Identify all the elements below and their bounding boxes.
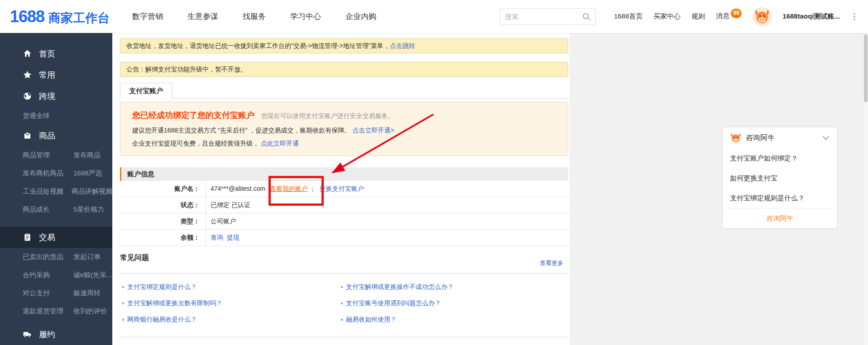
chevron-down-icon[interactable] [822, 135, 830, 141]
sidebar-sub-sold-goods[interactable]: 已卖出的货品 [23, 253, 73, 261]
sidebar-sub-1688-select[interactable]: 1688严选 [73, 169, 102, 178]
sidebar-sub-row: 工业品短视频 商品讲解视频 [0, 182, 112, 200]
sidebar-item-goods[interactable]: 商品 [0, 125, 112, 146]
header-right: 1688首页 买家中心 规则 消息 99 1688taoqi测试账... [614, 7, 858, 26]
avatar[interactable] [753, 7, 772, 26]
consult-footer-link[interactable]: 咨询阿牛 [723, 208, 837, 228]
balance-query-link[interactable]: 查询 [211, 234, 223, 241]
suggest-open-text: 建议您开通1688主流交易方式 “先采后付” ，促进交易成交，账期收款有保障。 [132, 127, 350, 134]
sidebar-item-trade[interactable]: 交易 [0, 227, 112, 248]
upgrade-now-link[interactable]: 点此立即开通 [261, 140, 299, 147]
faq-link[interactable]: 支付宝绑定规则是什么？ [122, 283, 197, 291]
sidebar-sub-global-goods[interactable]: 货通全球 [23, 112, 73, 120]
table-row-type: 类型： 公司账户 [120, 213, 568, 230]
link-rules[interactable]: 规则 [691, 12, 705, 21]
sidebar-item-favorites[interactable]: 常用 [0, 64, 112, 85]
table-row-account: 账户名： 474***@alitest.com 查看我的账户 ； 更换支付宝账户 [120, 181, 568, 197]
faq-link[interactable]: 融易收如何使用？ [341, 316, 397, 324]
bag-icon [23, 131, 32, 140]
sidebar-sub-contract-purchase[interactable]: 合约采购 [23, 271, 73, 279]
link-1688-home[interactable]: 1688首页 [614, 12, 643, 21]
sidebar-sub-publish-goods[interactable]: 发布商品 [73, 151, 101, 160]
more-menu-icon[interactable] [851, 12, 858, 22]
clipboard-icon [23, 232, 32, 242]
change-alipay-link[interactable]: 更换支付宝账户 [320, 185, 364, 192]
enterprise-upgrade-text: 企业支付宝提现可免费，且合规经营须升级， [132, 140, 259, 147]
nav-enterprise-purchase[interactable]: 企业内购 [345, 11, 376, 22]
sidebar-sub-create-order[interactable]: 发起订单 [73, 253, 101, 261]
tab-alipay-account[interactable]: 支付宝账户 [120, 83, 172, 99]
sidebar-sub-received-reviews[interactable]: 收到的评价 [73, 307, 107, 316]
consult-header[interactable]: 咨询阿牛 [723, 128, 837, 148]
top-nav: 数字营销 生意参谋 找服务 学习中心 企业内购 [132, 11, 376, 22]
sidebar-item-fulfillment[interactable]: 履约 [0, 324, 112, 345]
bind-success-subtitle: 您现在可以使用支付宝账户进行安全交易服务。 [261, 112, 394, 119]
balance-withdraw-link[interactable]: 提现 [227, 234, 240, 241]
search-icon[interactable] [582, 12, 591, 21]
bind-success-title: 您已经成功绑定了您的支付宝账户 [132, 111, 254, 120]
scrollbar-track[interactable] [863, 33, 868, 345]
faq-link[interactable]: 支付宝解绑或更换操作不成功怎么办？ [341, 283, 454, 291]
announcement-text: 公告：解绑支付宝功能升级中，暂不开放。 [126, 66, 247, 74]
logo-1688: 1688 [10, 7, 44, 26]
sidebar-sub-corporate-pay[interactable]: 对公支付 [23, 289, 73, 298]
faq-link[interactable]: 网商银行融易收是什么？ [122, 316, 197, 324]
faq-link[interactable]: 支付宝账号使用遇到问题怎么办？ [341, 299, 441, 307]
account-info-table: 账户名： 474***@alitest.com 查看我的账户 ； 更换支付宝账户… [120, 181, 568, 246]
main-content: 收货地址，发货地址，退货地址已统一收拢到卖家工作台的"交易->物流管理->地址管… [112, 33, 570, 345]
sidebar-sub-goods-growth[interactable]: 商品成长 [23, 205, 73, 214]
bullet-icon [122, 286, 124, 288]
consult-question-change[interactable]: 如何更换支付宝 [723, 168, 837, 188]
sidebar-sub-row: 对公支付 极速周转 [0, 284, 112, 302]
account-name[interactable]: 1688taoqi测试账... [782, 12, 840, 21]
type-value: 公司账户 [206, 213, 236, 229]
bullet-icon [341, 319, 343, 321]
sidebar-sub-fast-turnover[interactable]: 极速周转 [73, 289, 101, 298]
sidebar: 首页 常用 跨境 货通全球 商品 商品管理 发布商品 发布商机商品 1688严选… [0, 33, 112, 345]
view-my-account-link[interactable]: 查看我的账户 [270, 185, 308, 192]
sidebar-item-crossborder[interactable]: 跨境 [0, 85, 112, 107]
sidebar-sub-industrial-video[interactable]: 工业品短视频 [23, 187, 72, 196]
bullet-icon [341, 286, 343, 288]
search-box[interactable] [500, 8, 596, 25]
sidebar-sub-goods-explain-video[interactable]: 商品讲解视频 [72, 187, 112, 196]
nav-find-services[interactable]: 找服务 [243, 11, 266, 22]
messages-link[interactable]: 消息 99 [716, 12, 742, 21]
consult-question-rules[interactable]: 支付宝绑定规则是什么？ [723, 188, 837, 208]
sidebar-sub-goods-manage[interactable]: 商品管理 [23, 151, 73, 160]
address-notice-jump-link[interactable]: 点击跳转 [390, 42, 415, 50]
search-input[interactable] [505, 13, 582, 20]
sidebar-sub-row: 发布商机商品 1688严选 [0, 164, 112, 182]
nav-learning-center[interactable]: 学习中心 [290, 11, 321, 22]
nav-business-advisor[interactable]: 生意参谋 [187, 11, 218, 22]
sidebar-sub-row: 商品管理 发布商品 [0, 146, 112, 164]
top-header: 1688 商家工作台 数字营销 生意参谋 找服务 学习中心 企业内购 1688首… [0, 0, 868, 33]
sidebar-sub-publish-opportunity[interactable]: 发布商机商品 [23, 169, 73, 178]
nav-digital-marketing[interactable]: 数字营销 [132, 11, 163, 22]
sidebar-label: 常用 [39, 70, 55, 80]
sidebar-sub-5star-price[interactable]: 5星价格力 [73, 205, 104, 214]
sidebar-sub-row: 合约采购 诚e赊(先采... [0, 266, 112, 284]
logo[interactable]: 1688 商家工作台 [10, 7, 110, 26]
faq-view-more-link[interactable]: 查看更多 [540, 259, 563, 267]
faq-list: 支付宝绑定规则是什么？ 支付宝解绑或更换操作不成功怎么办？ 支付宝解绑或更换次数… [122, 279, 564, 328]
section-divider [120, 337, 568, 337]
sidebar-label: 首页 [39, 48, 55, 59]
announcement-bar: 公告：解绑支付宝功能升级中，暂不开放。 [120, 62, 568, 77]
sidebar-sub-cheng-e-credit[interactable]: 诚e赊(先采... [73, 271, 112, 279]
bullet-icon [341, 302, 343, 304]
sidebar-sub-refund-manage[interactable]: 退款退货管理 [23, 307, 73, 316]
scrollbar-thumb[interactable] [864, 34, 868, 102]
table-row-status: 状态： 已绑定 已认证 [120, 197, 568, 213]
consult-title: 咨询阿牛 [746, 133, 775, 143]
open-now-link[interactable]: 点击立即开通> [352, 127, 394, 134]
consult-question-bind[interactable]: 支付宝账户如何绑定？ [723, 148, 837, 168]
address-notice-text: 收货地址，发货地址，退货地址已统一收拢到卖家工作台的"交易->物流管理->地址管… [126, 42, 390, 50]
sidebar-label: 交易 [39, 232, 55, 243]
account-info-title: 账户信息 [127, 170, 154, 178]
link-buyer-center[interactable]: 买家中心 [653, 12, 681, 21]
home-icon [23, 49, 32, 58]
sidebar-item-home[interactable]: 首页 [0, 43, 112, 64]
account-name-value: 474***@alitest.com [211, 185, 265, 192]
faq-link[interactable]: 支付宝解绑或更换次数有限制吗？ [122, 299, 222, 307]
